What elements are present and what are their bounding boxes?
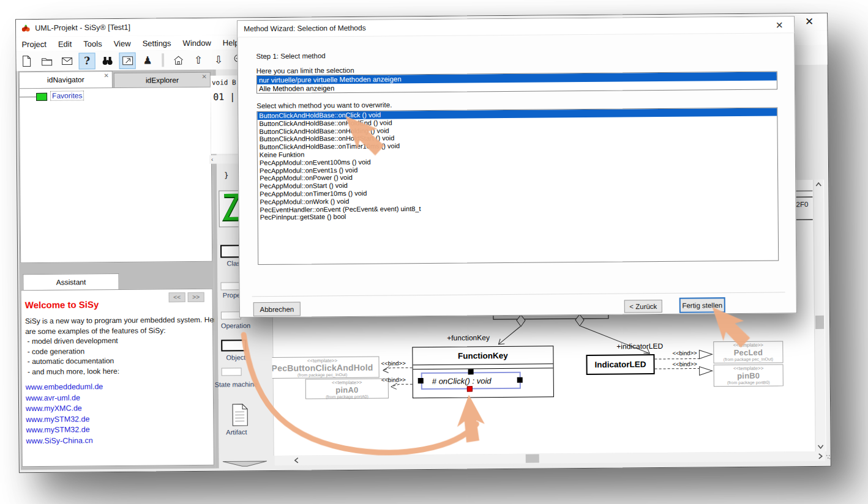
state-machine-tool-icon[interactable] [222, 368, 242, 376]
toolbox-collapse-button[interactable] [223, 458, 267, 465]
dialog-title: Method Wizard: Selection of Methods [244, 24, 366, 34]
left-panel: idNavigator ✕ idExplorer ✕ Favorites Ass… [18, 70, 215, 470]
selection-handle-red[interactable] [467, 386, 473, 391]
menu-item[interactable]: Window [183, 38, 211, 47]
artifact-tool-icon[interactable] [231, 403, 249, 429]
vertical-scrollbar[interactable] [813, 180, 825, 451]
menu-item[interactable]: Edit [58, 39, 72, 48]
scroll-left-icon[interactable] [294, 458, 299, 464]
code-line: void B [212, 78, 236, 86]
template-name: pinA0 [306, 385, 388, 394]
selection-handle[interactable] [517, 377, 523, 383]
menu-item[interactable]: View [114, 39, 131, 48]
close-tab-icon[interactable]: ✕ [201, 73, 206, 80]
help-icon[interactable]: ? [79, 53, 95, 69]
bind-label: <<bind>> [381, 376, 406, 383]
toolbar-separator [162, 53, 164, 67]
tab-label: Assistant [56, 278, 86, 286]
dialog-close-icon[interactable]: ✕ [773, 20, 786, 31]
template-box-pecbuttonclickandhold[interactable]: <<template>> PecButtonClickAndHold (from… [265, 357, 379, 379]
bind-label: <<bind>> [672, 349, 697, 356]
screenshot-scene: UML-Projekt - SiSy® [Test1] ✕ ProjectEdi… [0, 0, 868, 504]
package-label: (from package portB0) [714, 379, 783, 385]
object-tool-icon[interactable] [221, 339, 246, 351]
menu-item[interactable]: Settings [143, 39, 171, 48]
assistant-link[interactable]: www.mySTM32.de [26, 414, 103, 425]
scroll-right-icon[interactable] [818, 453, 823, 459]
vertical-scroll-thumb[interactable] [815, 316, 824, 329]
assistant-title: Welcome to SiSy [25, 299, 99, 310]
assistant-panel: << >> Welcome to SiSy SiSy is a new way … [21, 289, 214, 467]
scroll-down-icon[interactable] [818, 444, 824, 449]
template-name: PecButtonClickAndHold [266, 364, 379, 372]
dialog-separator [252, 292, 785, 297]
scroll-left-icon[interactable]: ‹ [211, 156, 213, 163]
mail-icon[interactable] [59, 53, 75, 69]
template-box-pinb0[interactable]: <<template>> pinB0 (from package portB0) [714, 364, 784, 387]
code-gutter: 01 | [213, 91, 235, 102]
finish-button[interactable]: Fertig stellen [679, 297, 725, 313]
template-box-pina0[interactable]: <<template>> pinA0 (from package portA0) [305, 378, 389, 399]
code-brace: } [224, 171, 228, 179]
dialog-title-bar[interactable]: Method Wizard: Selection of Methods [238, 17, 794, 37]
tree-item-favorites[interactable]: Favorites [50, 91, 84, 100]
select-label: Select which method you want to overwrit… [256, 101, 392, 109]
assistant-link[interactable]: www.SiSy-China.cn [26, 435, 103, 447]
app-icon [21, 23, 31, 33]
toolbox-label-object[interactable]: Object [202, 354, 269, 361]
methods-listbox: ButtonClickAndHoldBase::onClick () voidB… [256, 107, 779, 265]
class-box-indicatorled[interactable]: IndicatorLED [586, 354, 654, 375]
back-button[interactable]: < Zurück [624, 300, 662, 313]
menu-item[interactable]: Project [21, 39, 47, 48]
window-resize-icon[interactable] [119, 52, 136, 69]
selection-handle[interactable] [418, 378, 424, 384]
open-folder-icon[interactable] [39, 53, 55, 69]
limit-label: Here you can limit the selection [256, 67, 354, 75]
navigator-tree[interactable]: Favorites [19, 87, 212, 263]
toolbox-label-artifact[interactable]: Artifact [203, 428, 270, 436]
home-icon[interactable] [170, 52, 187, 69]
close-tab-icon[interactable]: ✕ [103, 72, 108, 79]
template-name: pinB0 [714, 371, 783, 380]
search-binoculars-icon[interactable] [99, 52, 116, 69]
tab-idnavigator[interactable]: idNavigator ✕ [19, 71, 113, 88]
navigate-down-icon[interactable]: ⇩ [211, 51, 227, 68]
navigate-up-icon[interactable]: ⇧ [190, 51, 207, 68]
template-name: PecLed [714, 348, 782, 357]
cancel-button[interactable]: Abbrechen [253, 302, 301, 317]
package-label: (from package portA0) [306, 393, 388, 399]
resize-grip[interactable] [826, 453, 831, 461]
tab-assistant[interactable]: Assistant [23, 273, 119, 290]
assistant-link[interactable]: www.embeddeduml.de [26, 382, 103, 393]
window-close-icon[interactable]: ✕ [800, 15, 818, 29]
pawn-icon[interactable]: ♟ [140, 52, 156, 69]
tree-branch-line [20, 97, 37, 97]
filter-listbox: nur virtuelle/pure virtuelle Methoden an… [256, 71, 777, 94]
bind-label: <<bind>> [673, 360, 697, 367]
new-document-icon[interactable] [18, 53, 35, 69]
scroll-up-icon[interactable] [815, 182, 821, 187]
bind-label: <<bind>> [381, 360, 405, 366]
selection-handle[interactable] [468, 369, 474, 374]
assistant-links: www.embeddeduml.dewww.avr-uml.dewww.myXM… [26, 382, 103, 447]
property-tool-icon[interactable] [220, 282, 241, 290]
assistant-link[interactable]: www.mySTM32.de [26, 424, 103, 435]
assistant-link[interactable]: www.avr-uml.de [26, 393, 103, 404]
tab-idexplorer[interactable]: idExplorer ✕ [114, 72, 211, 87]
assistant-back-button[interactable]: << [169, 292, 185, 302]
tab-label: idNavigator [47, 75, 84, 84]
favorites-node-icon[interactable] [36, 93, 47, 101]
toolbox-label-operation[interactable]: Operation [202, 322, 269, 330]
menu-item[interactable]: Tools [83, 39, 102, 48]
template-box-pecled[interactable]: <<template>> PecLed (from package pec_In… [713, 341, 783, 363]
role-label-indicatorled: +indicatorLED [616, 342, 663, 351]
horizontal-scroll-thumb[interactable] [526, 454, 539, 463]
toolbox-label-state-machine[interactable]: State machine [203, 380, 270, 388]
assistant-link[interactable]: www.myXMC.de [26, 403, 103, 414]
class-name: IndicatorLED [594, 360, 646, 369]
package-label: (from package pec_InOut) [714, 356, 782, 362]
attributes-compartment [413, 364, 553, 369]
step-label: Step 1: Select method [256, 52, 326, 60]
assistant-text-line: - and much more, look here: [26, 365, 221, 377]
operation-tool-icon[interactable] [221, 311, 241, 319]
